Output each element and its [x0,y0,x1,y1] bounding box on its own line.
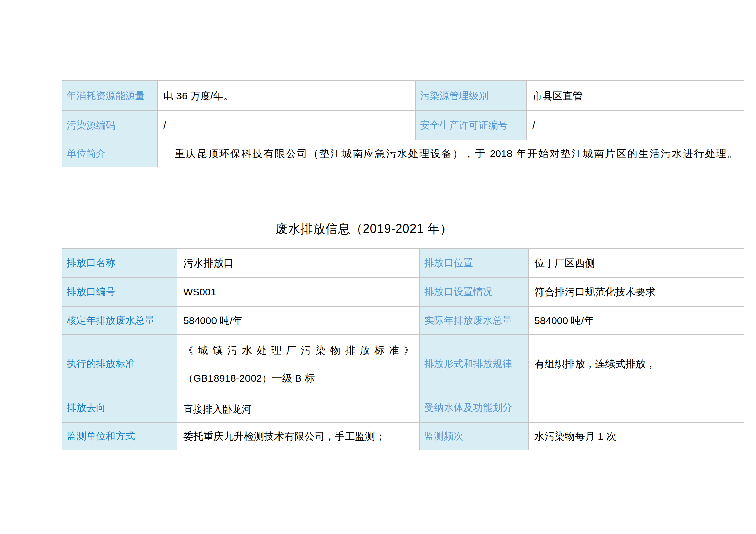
label-discharge-form-pattern: 排放形式和排放规律 [420,335,528,393]
table-row: 污染源编码 / 安全生产许可证编号 / [62,111,744,140]
value-company-profile: 重庆昆顶环保科技有限公司（垫江城南应急污水处理设备），于 2018 年开始对垫江… [157,140,744,167]
discharge-standard-line1: 《城镇污水处理厂污染物排放标准》 [183,344,414,357]
label-annual-resource-energy-consumption: 年消耗资源能源量 [62,80,157,111]
label-approved-annual-wastewater: 核定年排放废水总量 [62,306,177,335]
wastewater-discharge-table: 排放口名称 污水排放口 排放口位置 位于厂区西侧 排放口编号 WS001 排放口… [62,248,744,450]
label-discharge-destination: 排放去向 [62,393,177,422]
table-row: 执行的排放标准 《城镇污水处理厂污染物排放标准》 （GB18918-2002）一… [62,335,744,393]
discharge-standard-line2: （GB18918-2002）一级 B 标 [183,371,415,385]
value-safety-production-license-no: / [526,111,744,140]
label-pollution-source-code: 污染源编码 [62,111,157,140]
value-discharge-standard: 《城镇污水处理厂污染物排放标准》 （GB18918-2002）一级 B 标 [177,335,420,393]
label-pollution-source-management-level: 污染源管理级别 [415,80,526,111]
value-annual-resource-energy-consumption: 电 36 万度/年。 [157,80,415,111]
label-outlet-location: 排放口位置 [420,248,528,278]
facility-info-table: 年消耗资源能源量 电 36 万度/年。 污染源管理级别 市县区直管 污染源编码 … [62,80,744,167]
label-monitoring-unit-method: 监测单位和方式 [62,422,177,450]
label-receiving-water-function: 受纳水体及功能划分 [420,393,528,422]
table-row: 排放去向 直接排入卧龙河 受纳水体及功能划分 [62,393,744,422]
value-pollution-source-management-level: 市县区直管 [526,80,744,111]
value-actual-annual-wastewater: 584000 吨/年 [528,306,744,335]
table-row: 核定年排放废水总量 584000 吨/年 实际年排放废水总量 584000 吨/… [62,306,744,335]
value-approved-annual-wastewater: 584000 吨/年 [177,306,420,335]
value-monitoring-frequency: 水污染物每月 1 次 [528,422,744,450]
label-outlet-number: 排放口编号 [62,278,177,306]
value-monitoring-unit-method: 委托重庆九升检测技术有限公司，手工监测； [177,422,420,450]
table-row: 年消耗资源能源量 电 36 万度/年。 污染源管理级别 市县区直管 [62,80,744,111]
value-discharge-destination: 直接排入卧龙河 [177,393,420,422]
company-profile-text: 重庆昆顶环保科技有限公司（垫江城南应急污水处理设备），于 2018 年开始对垫江… [163,147,739,160]
value-discharge-form-pattern: 有组织排放，连续式排放， [528,335,744,393]
label-actual-annual-wastewater: 实际年排放废水总量 [420,306,528,335]
label-discharge-standard: 执行的排放标准 [62,335,177,393]
value-outlet-setup-status: 符合排污口规范化技术要求 [528,278,744,306]
value-outlet-number: WS001 [177,278,420,306]
table-row: 排放口编号 WS001 排放口设置情况 符合排污口规范化技术要求 [62,278,744,306]
document-page: 年消耗资源能源量 电 36 万度/年。 污染源管理级别 市县区直管 污染源编码 … [0,0,756,534]
table-row: 排放口名称 污水排放口 排放口位置 位于厂区西侧 [62,248,744,278]
label-monitoring-frequency: 监测频次 [420,422,528,450]
value-pollution-source-code: / [157,111,415,140]
section-title-wastewater-discharge-info: 废水排放信息（2019-2021 年） [0,220,728,237]
label-outlet-name: 排放口名称 [62,248,177,278]
value-outlet-name: 污水排放口 [177,248,420,278]
value-outlet-location: 位于厂区西侧 [528,248,744,278]
label-outlet-setup-status: 排放口设置情况 [420,278,528,306]
table-row: 监测单位和方式 委托重庆九升检测技术有限公司，手工监测； 监测频次 水污染物每月… [62,422,744,450]
label-safety-production-license-no: 安全生产许可证编号 [415,111,526,140]
value-receiving-water-function [528,393,744,422]
label-company-profile: 单位简介 [62,140,157,167]
table-row: 单位简介 重庆昆顶环保科技有限公司（垫江城南应急污水处理设备），于 2018 年… [62,140,744,167]
